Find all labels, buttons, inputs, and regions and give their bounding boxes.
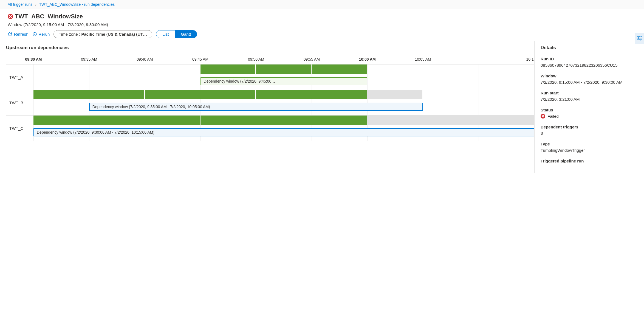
breadcrumb: All trigger runs › TWT_ABC_WindowSize - … — [0, 0, 644, 9]
row-label: TWT_A — [6, 64, 33, 90]
main-layout: Upstream run dependencies 09:30 AM09:35 … — [0, 41, 644, 173]
rerun-button[interactable]: Rerun — [32, 32, 50, 36]
failed-icon — [541, 114, 545, 119]
run-bar[interactable] — [256, 64, 312, 74]
time-tick: 09:55 AM — [304, 57, 320, 61]
run-bar[interactable] — [367, 116, 534, 125]
detail-value: TumblingWindowTrigger — [541, 148, 638, 153]
run-bar[interactable] — [200, 64, 256, 74]
gantt-row: TWT_CDependency window (7/2/2020, 9:30:0… — [6, 116, 534, 141]
detail-label: Status — [541, 108, 638, 112]
detail-field: Dependent triggers3 — [541, 125, 638, 136]
time-tick: 09:30 AM — [25, 57, 42, 61]
detail-value: 7/2/2020, 9:15:00 AM - 7/2/2020, 9:30:00… — [541, 80, 638, 85]
run-bar[interactable] — [33, 116, 200, 125]
details-heading: Details — [541, 45, 638, 50]
detail-label: Run start — [541, 91, 638, 95]
refresh-icon — [8, 32, 12, 36]
timeline: 09:30 AM09:35 AM09:40 AM09:45 AM09:50 AM… — [6, 57, 534, 141]
detail-label: Window — [541, 74, 638, 78]
timezone-selector[interactable]: Time zone : Pacific Time (US & Canada) (… — [53, 30, 152, 38]
row-track: Dependency window (7/2/2020, 9:45:00… — [33, 64, 534, 90]
row-track: Dependency window (7/2/2020, 9:30:00 AM … — [33, 116, 534, 141]
dependency-window[interactable]: Dependency window (7/2/2020, 9:35:00 AM … — [89, 103, 423, 111]
time-tick: 10:15 AM — [526, 57, 534, 61]
window-range-text: Window (7/2/2020, 9:15:00 AM - 7/2/2020,… — [8, 22, 636, 27]
refresh-label: Refresh — [14, 32, 29, 36]
gantt-rows: TWT_ADependency window (7/2/2020, 9:45:0… — [6, 64, 534, 141]
detail-field: Run ID08586078964270732198223206356CU15 — [541, 57, 638, 68]
run-bar[interactable] — [367, 90, 423, 99]
svg-point-2 — [640, 36, 641, 37]
row-label: TWT_B — [6, 90, 33, 115]
time-tick: 10:00 AM — [359, 57, 376, 61]
failed-status-icon — [8, 14, 13, 19]
time-tick: 09:50 AM — [248, 57, 264, 61]
timezone-value: Pacific Time (US & Canada) (UT… — [81, 32, 147, 36]
dependency-window[interactable]: Dependency window (7/2/2020, 9:30:00 AM … — [33, 128, 534, 136]
detail-field: StatusFailed — [541, 108, 638, 119]
time-tick: 10:05 AM — [415, 57, 431, 61]
rerun-icon — [32, 32, 37, 36]
dependency-window[interactable]: Dependency window (7/2/2020, 9:45:00… — [200, 77, 368, 85]
svg-point-3 — [638, 38, 639, 39]
toggle-list[interactable]: List — [156, 30, 175, 38]
row-label: TWT_C — [6, 116, 33, 141]
breadcrumb-current[interactable]: TWT_ABC_WindowSize - run dependencies — [39, 2, 114, 7]
detail-label: Type — [541, 142, 638, 146]
svg-point-4 — [640, 39, 641, 40]
breadcrumb-root[interactable]: All trigger runs — [8, 2, 32, 7]
gantt-row: TWT_ADependency window (7/2/2020, 9:45:0… — [6, 64, 534, 90]
detail-field: Run start7/2/2020, 3:21:00 AM — [541, 91, 638, 102]
row-track: Dependency window (7/2/2020, 9:35:00 AM … — [33, 90, 534, 115]
refresh-button[interactable]: Refresh — [8, 32, 29, 36]
run-bar[interactable] — [145, 90, 256, 99]
breadcrumb-sep: › — [33, 2, 38, 7]
rerun-label: Rerun — [39, 32, 50, 36]
sliders-icon — [637, 36, 642, 41]
detail-label: Dependent triggers — [541, 125, 638, 129]
detail-value: 08586078964270732198223206356CU15 — [541, 63, 638, 68]
page-header: TWT_ABC_WindowSize Window (7/2/2020, 9:1… — [0, 9, 644, 41]
run-bar[interactable] — [312, 64, 367, 74]
run-bar[interactable] — [256, 90, 367, 99]
view-toggle: List Gantt — [156, 30, 197, 38]
details-panel: Details Run ID08586078964270732198223206… — [534, 41, 644, 173]
gantt-panel: Upstream run dependencies 09:30 AM09:35 … — [0, 41, 534, 173]
time-tick: 09:35 AM — [81, 57, 97, 61]
svg-marker-1 — [34, 33, 35, 35]
detail-field: Triggered pipeline run — [541, 159, 638, 163]
gantt-row: TWT_BDependency window (7/2/2020, 9:35:0… — [6, 90, 534, 116]
timezone-prefix: Time zone : — [59, 32, 80, 36]
detail-field: TypeTumblingWindowTrigger — [541, 142, 638, 153]
detail-value: 3 — [541, 131, 638, 136]
page-title: TWT_ABC_WindowSize — [15, 13, 83, 20]
status-value: Failed — [541, 114, 638, 119]
toggle-gantt[interactable]: Gantt — [175, 30, 197, 38]
settings-panel-button[interactable] — [635, 33, 644, 44]
detail-label: Triggered pipeline run — [541, 159, 638, 163]
time-axis: 09:30 AM09:35 AM09:40 AM09:45 AM09:50 AM… — [33, 57, 534, 63]
detail-label: Run ID — [541, 57, 638, 61]
detail-field: Window7/2/2020, 9:15:00 AM - 7/2/2020, 9… — [541, 74, 638, 85]
run-bar[interactable] — [200, 116, 368, 125]
time-tick: 09:40 AM — [137, 57, 153, 61]
detail-value: 7/2/2020, 3:21:00 AM — [541, 97, 638, 102]
time-tick: 09:45 AM — [192, 57, 208, 61]
upstream-title: Upstream run dependencies — [6, 45, 534, 50]
run-bar[interactable] — [33, 90, 145, 99]
